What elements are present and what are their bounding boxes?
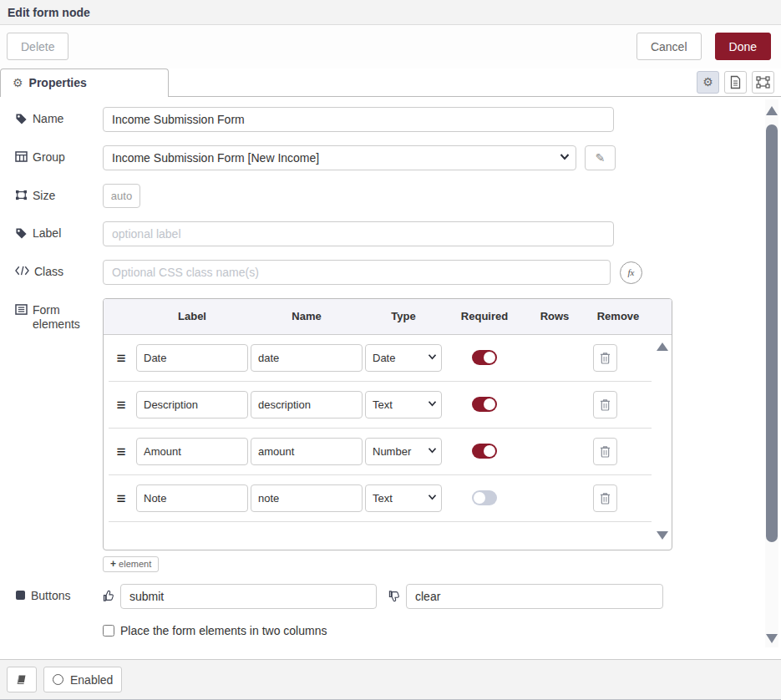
class-input[interactable] [103,260,611,285]
drag-handle-icon[interactable]: ≡ [109,350,134,366]
delete-element-button[interactable] [593,391,617,418]
two-columns-label: Place the form elements in two columns [120,624,327,637]
element-type-select[interactable]: Date [365,344,442,372]
label-row: Label [15,221,748,246]
plus-icon: + [110,558,116,570]
toggle-knob [474,492,485,504]
cancel-button[interactable]: Cancel [636,33,702,60]
buttons-row: Buttons [15,584,748,609]
delete-element-button[interactable] [593,484,617,512]
element-type-select[interactable]: Text [365,391,442,418]
class-label-wrap: Class [15,260,103,279]
label-input[interactable] [103,221,614,246]
delete-element-button[interactable] [593,438,617,465]
two-columns-checkbox[interactable] [103,625,114,637]
label-label: Label [33,226,61,241]
node-help-button[interactable] [7,667,37,692]
group-select-wrap: Income Submission Form [New Income] [103,145,576,170]
form-elements-label-wrap: Form elements [15,298,103,332]
tab-properties[interactable]: ⚙ Properties [0,68,169,97]
enabled-circle-icon [53,674,63,685]
form-elements-widget: Label Name Type Required Rows Remove ≡ [103,298,672,572]
gear-icon: ⚙ [702,75,713,89]
trash-icon [600,398,611,411]
name-input[interactable] [103,107,614,132]
name-row: Name [15,107,748,132]
drag-handle-icon[interactable]: ≡ [109,444,134,459]
element-type-select[interactable]: Number [365,438,442,465]
element-row: ≡ Text [109,382,652,429]
properties-tab-button[interactable]: ⚙ [697,71,719,94]
required-toggle[interactable] [472,444,497,459]
form-elements-row: Form elements Label Name Type Required R… [15,298,748,572]
list-scroll-down[interactable] [657,531,668,540]
element-row: ≡ Number [109,429,652,475]
dialog-title: Edit form node [0,0,781,25]
trash-icon [600,352,611,364]
toggle-knob [484,352,495,363]
thumbs-down-icon [388,590,401,602]
element-name-input[interactable] [251,484,363,512]
size-label: Size [33,189,55,203]
enabled-toggle-button[interactable]: Enabled [43,667,122,692]
tag-icon [15,227,28,240]
col-name: Name [251,310,363,322]
required-toggle[interactable] [472,490,497,505]
required-toggle[interactable] [472,397,497,412]
done-button[interactable]: Done [715,33,771,60]
toggle-knob [484,398,495,410]
description-tab-button[interactable] [724,71,747,94]
scrollbar-thumb[interactable] [766,124,778,542]
element-type-select[interactable]: Text [365,484,442,512]
list-icon [15,304,28,315]
element-name-input[interactable] [251,438,363,465]
required-toggle[interactable] [472,350,497,365]
dialog-toolbar: Delete Cancel Done [0,25,781,68]
element-label-input[interactable] [136,438,248,465]
size-auto-button[interactable]: auto [103,184,140,208]
element-row: ≡ Text [109,475,652,522]
element-name-input[interactable] [251,391,363,418]
element-type-wrap: Text [365,484,442,512]
element-name-input[interactable] [251,344,363,372]
dialog-footer: Enabled [0,659,781,699]
col-type: Type [365,310,442,322]
col-required: Required [444,310,525,322]
class-label: Class [34,265,63,279]
drag-handle-icon[interactable]: ≡ [109,397,134,413]
col-rows: Rows [527,310,582,322]
col-remove: Remove [585,310,652,322]
edit-group-button[interactable]: ✎ [585,145,616,170]
fx-icon: fx [628,267,635,277]
expression-button[interactable]: fx [620,261,642,284]
label-label-wrap: Label [15,221,103,241]
element-label-input[interactable] [136,344,248,372]
buttons-label: Buttons [31,589,70,603]
table-icon [15,151,28,162]
class-row: Class fx [15,260,748,285]
trash-icon [600,445,611,458]
drag-handle-icon[interactable]: ≡ [109,490,134,506]
tab-properties-label: Properties [29,76,87,89]
list-scroll-up[interactable] [657,342,668,351]
group-label: Group [33,150,65,165]
name-label: Name [33,112,63,126]
scroll-down-arrow[interactable] [766,634,778,643]
submit-button-input[interactable] [120,584,377,609]
size-row: Size auto [15,184,748,208]
add-element-button[interactable]: + element [103,556,159,572]
group-label-wrap: Group [15,145,103,165]
scroll-up-arrow[interactable] [766,106,778,115]
delete-element-button[interactable] [593,344,617,372]
toggle-knob [484,445,495,457]
elements-list: ≡ Date [104,335,672,550]
group-select[interactable]: Income Submission Form [New Income] [103,145,576,170]
delete-button[interactable]: Delete [7,33,68,60]
element-label-input[interactable] [136,484,248,512]
gear-icon: ⚙ [13,76,23,89]
clear-button-input[interactable] [406,584,663,609]
trash-icon [600,492,611,505]
appearance-icon [756,76,770,89]
appearance-tab-button[interactable] [752,71,774,94]
element-label-input[interactable] [136,391,248,418]
